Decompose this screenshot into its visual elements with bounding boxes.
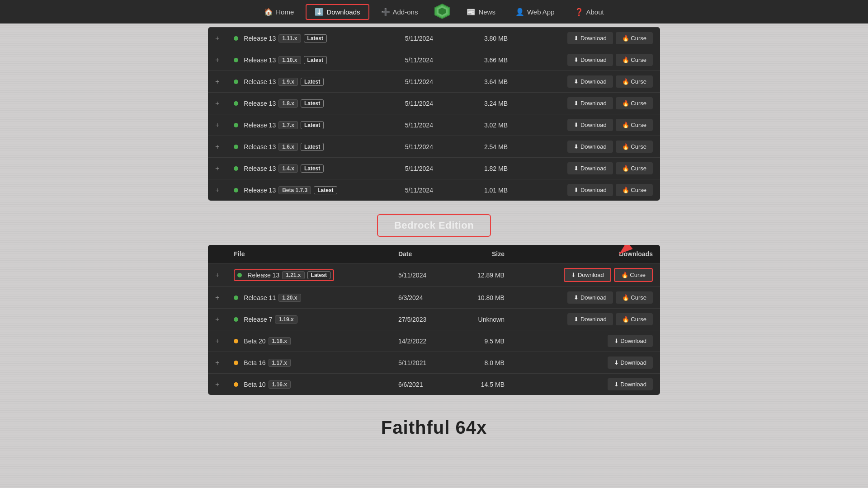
status-dot [234,58,238,62]
nav-about[interactable]: ❓ About [566,5,612,19]
table-row: + Release 13 1.10.x Latest 5/11/2024 3.6… [208,49,660,71]
latest-badge: Latest [301,78,324,86]
curse-button[interactable]: 🔥 Curse [616,313,653,325]
expand-icon[interactable]: + [215,359,219,366]
curse-button[interactable]: 🔥 Curse [616,119,653,131]
expand-icon[interactable]: + [215,121,219,129]
download-button[interactable]: ⬇ Download [567,54,613,66]
actions-cell: ⬇ Download 🔥 Curse [512,263,660,287]
size-cell: 14.5 MB [452,374,512,395]
curse-button[interactable]: 🔥 Curse [616,54,653,66]
status-dot [237,273,242,277]
expand-icon[interactable]: + [215,164,219,172]
date-cell: 5/11/2024 [398,71,460,93]
table-row: + Release 13 1.11.x Latest 5/11/2024 3.8… [208,28,660,49]
file-release-name: Release 13 [244,78,276,85]
file-release-name: Release 7 [244,316,272,323]
col-date: Date [391,245,452,263]
table-row: + Release 13 1.9.x Latest 5/11/2024 3.64… [208,71,660,93]
latest-badge: Latest [301,143,324,151]
file-release-name: Release 13 [244,35,276,42]
curse-button[interactable]: 🔥 Curse [616,32,653,44]
expand-icon[interactable]: + [215,294,219,301]
curse-button[interactable]: 🔥 Curse [616,75,653,88]
expand-icon[interactable]: + [215,337,219,345]
expand-icon[interactable]: + [215,56,219,64]
curse-button[interactable]: 🔥 Curse [616,141,653,153]
status-dot [234,339,238,343]
nav-news-label: News [478,8,495,16]
status-dot [234,296,238,300]
date-cell: 5/11/2024 [398,93,460,114]
curse-button[interactable]: 🔥 Curse [616,97,653,109]
size-cell: 2.54 MB [460,136,515,158]
nav-downloads[interactable]: ⬇️ Downloads [306,4,369,20]
expand-icon[interactable]: + [215,34,219,42]
file-release-name: Beta 16 [244,359,265,366]
status-dot [234,382,238,387]
nav-addons[interactable]: ➕ Add-ons [373,5,426,19]
download-button[interactable]: ⬇ Download [567,75,613,88]
curse-button[interactable]: 🔥 Curse [616,162,653,174]
size-cell: 3.24 MB [460,93,515,114]
nav-news[interactable]: 📰 News [458,5,504,19]
expand-cell: + [208,93,226,114]
expand-icon[interactable]: + [215,380,219,388]
date-cell: 27/5/2023 [391,309,452,330]
download-button[interactable]: ⬇ Download [567,291,613,304]
download-button[interactable]: ⬇ Download [564,268,611,282]
actions-cell: ⬇ Download 🔥 Curse [515,179,660,201]
download-button[interactable]: ⬇ Download [567,97,613,109]
file-release-name: Release 13 [244,165,276,172]
size-cell: 3.64 MB [460,71,515,93]
file-cell: Release 7 1.19.x [226,309,391,330]
expand-icon[interactable]: + [215,271,219,279]
col-size: Size [452,245,512,263]
download-button[interactable]: ⬇ Download [567,162,613,174]
latest-badge: Latest [301,121,324,129]
actions-cell: ⬇ Download [512,374,660,395]
version-badge: 1.11.x [278,34,301,42]
expand-icon[interactable]: + [215,143,219,150]
file-release-name: Release 13 [244,187,276,194]
download-button[interactable]: ⬇ Download [567,313,613,325]
curse-button[interactable]: 🔥 Curse [614,268,653,282]
download-button[interactable]: ⬇ Download [567,184,613,196]
table-row: + Release 13 Beta 1.7.3 Latest 5/11/2024… [208,179,660,201]
download-button[interactable]: ⬇ Download [608,335,653,347]
expand-icon[interactable]: + [215,186,219,194]
size-cell: Unknown [452,309,512,330]
download-button[interactable]: ⬇ Download [567,141,613,153]
status-dot [234,80,238,84]
expand-icon[interactable]: + [215,78,219,85]
download-button[interactable]: ⬇ Download [608,357,653,369]
file-release-name: Beta 10 [244,381,265,388]
download-button[interactable]: ⬇ Download [567,119,613,131]
date-cell: 5/11/2024 [391,263,452,287]
file-cell: Release 13 1.6.x Latest [226,136,397,158]
file-release-name: Release 13 [247,272,279,279]
file-cell: Beta 20 1.18.x [226,330,391,352]
table-row: + Release 13 1.4.x Latest 5/11/2024 1.82… [208,158,660,179]
expand-icon[interactable]: + [215,99,219,107]
expand-cell: + [208,71,226,93]
actions-cell: ⬇ Download [512,352,660,374]
file-cell: Release 13 1.21.x Latest [226,263,391,287]
curse-button[interactable]: 🔥 Curse [616,184,653,196]
file-release-name: Beta 20 [244,338,265,345]
nav-webapp[interactable]: 👤 Web App [507,5,563,19]
curse-button[interactable]: 🔥 Curse [616,291,653,304]
file-cell: Release 13 Beta 1.7.3 Latest [226,179,397,201]
nav-home[interactable]: 🏠 Home [256,5,302,19]
size-cell: 3.80 MB [460,28,515,49]
status-dot [234,101,238,106]
download-button[interactable]: ⬇ Download [608,378,653,390]
date-cell: 5/11/2024 [398,158,460,179]
size-cell: 1.82 MB [460,158,515,179]
download-button[interactable]: ⬇ Download [567,32,613,44]
bedrock-section-header: Bedrock Edition [208,214,660,237]
status-dot [234,188,238,192]
expand-icon[interactable]: + [215,315,219,323]
version-badge: 1.10.x [278,56,301,64]
actions-cell: ⬇ Download 🔥 Curse [515,93,660,114]
